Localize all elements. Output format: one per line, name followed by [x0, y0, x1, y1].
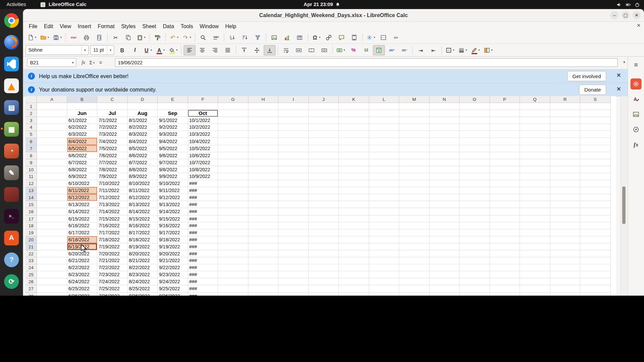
cell-K16[interactable]	[339, 208, 369, 215]
sidebar-tab-properties[interactable]	[631, 78, 642, 89]
cell-E19[interactable]: 9/17/2022	[158, 229, 188, 236]
cell-F6[interactable]: 10/4/2022	[188, 138, 218, 145]
cell-B27[interactable]: 6/25/2022	[67, 286, 97, 293]
row-header-24[interactable]: 24	[25, 264, 37, 272]
window-close-button[interactable]: ✕	[633, 11, 641, 19]
cell-Q25[interactable]	[520, 272, 550, 279]
cell-L19[interactable]	[369, 229, 399, 236]
cell-B23[interactable]: 6/21/2022	[67, 257, 97, 264]
row-header-21[interactable]: 21	[25, 243, 37, 250]
cell-D27[interactable]: 8/25/2022	[127, 286, 158, 293]
show-draw-functions-button[interactable]: ✏	[390, 32, 402, 43]
cell-R9[interactable]	[550, 159, 580, 166]
cell-E9[interactable]: 9/7/2022	[158, 159, 188, 166]
cell-A13[interactable]	[37, 187, 67, 194]
cell-R7[interactable]	[550, 145, 580, 152]
cell-D10[interactable]: 8/8/2022	[127, 166, 158, 173]
cut-button[interactable]: ✂	[110, 32, 122, 43]
cell-B20[interactable]: 6/18/2022	[67, 236, 97, 243]
cell-P16[interactable]	[490, 208, 520, 215]
cell-C24[interactable]: 7/22/2022	[97, 264, 127, 272]
cell-N12[interactable]	[429, 180, 460, 187]
select-all-corner[interactable]	[25, 96, 37, 103]
cell-I7[interactable]	[278, 145, 309, 152]
cell-R4[interactable]	[550, 124, 580, 131]
cell-A18[interactable]	[37, 222, 67, 229]
dock-item-ubuntu-software[interactable]: A	[3, 230, 20, 246]
cell-N11[interactable]	[429, 173, 460, 180]
row-header-18[interactable]: 18	[25, 222, 37, 229]
dock-item-help[interactable]: ?	[3, 252, 20, 268]
align-left-button[interactable]	[183, 45, 196, 55]
cell-M11[interactable]	[399, 173, 429, 180]
cell-B14[interactable]: 6/12/2022	[67, 194, 97, 201]
cell-R16[interactable]	[550, 208, 580, 215]
cell-J3[interactable]	[309, 117, 339, 124]
menu-styles[interactable]: Styles	[118, 22, 139, 30]
cell-R26[interactable]	[550, 279, 580, 286]
find-and-replace-button[interactable]	[197, 32, 209, 43]
infobar-close-icon[interactable]: ✕	[616, 72, 621, 78]
cell-P25[interactable]	[490, 272, 520, 279]
system-status-tray[interactable]	[616, 2, 640, 7]
font-color-button[interactable]: A▾	[154, 45, 166, 55]
cell-E28[interactable]: 9/26/2022	[158, 292, 188, 296]
cell-C3[interactable]: 7/1/2022	[97, 117, 127, 124]
cell-O2[interactable]	[460, 110, 490, 117]
cell-M10[interactable]	[399, 166, 429, 173]
cell-Q1[interactable]	[520, 103, 550, 110]
formula-button[interactable]: =	[97, 58, 104, 66]
cell-L10[interactable]	[369, 166, 399, 173]
cell-E25[interactable]: 9/23/2022	[158, 272, 188, 279]
cell-D26[interactable]: 8/24/2022	[127, 279, 158, 286]
cell-S27[interactable]	[580, 286, 610, 293]
menu-insert[interactable]: Insert	[74, 22, 94, 30]
row-header-12[interactable]: 12	[25, 180, 37, 187]
cell-B19[interactable]: 6/17/2022	[67, 229, 97, 236]
column-header-E[interactable]: E	[158, 96, 188, 103]
cell-N25[interactable]	[429, 272, 460, 279]
cell-F7[interactable]: 10/5/2022	[188, 145, 218, 152]
cell-K21[interactable]	[339, 243, 369, 250]
cell-C21[interactable]: 7/19/2022	[97, 243, 127, 250]
cell-O24[interactable]	[460, 264, 490, 272]
column-header-N[interactable]: N	[429, 96, 460, 103]
cell-G22[interactable]	[218, 250, 248, 257]
cell-I26[interactable]	[278, 279, 309, 286]
cell-I9[interactable]	[278, 159, 309, 166]
cell-R1[interactable]	[550, 103, 580, 110]
cell-R13[interactable]	[550, 187, 580, 194]
cell-R5[interactable]	[550, 131, 580, 138]
cell-S18[interactable]	[580, 222, 610, 229]
cell-E1[interactable]	[158, 103, 188, 110]
cell-J17[interactable]	[309, 215, 339, 222]
cell-M23[interactable]	[399, 257, 429, 264]
font-size-dropdown-icon[interactable]: ▼	[107, 46, 114, 55]
cell-N20[interactable]	[429, 236, 460, 243]
cell-O15[interactable]	[460, 201, 490, 208]
cell-O26[interactable]	[460, 279, 490, 286]
cell-F12[interactable]: ###	[188, 180, 218, 187]
save-button[interactable]: ▾	[51, 32, 63, 43]
cell-I14[interactable]	[278, 194, 309, 201]
row-header-26[interactable]: 26	[25, 279, 37, 286]
cell-S6[interactable]	[580, 138, 610, 145]
cell-K25[interactable]	[339, 272, 369, 279]
decrease-indent-button[interactable]: ⇤	[428, 45, 440, 55]
cell-A7[interactable]	[37, 145, 67, 152]
row-header-14[interactable]: 14	[25, 194, 37, 201]
cell-H10[interactable]	[248, 166, 278, 173]
cell-I8[interactable]	[278, 152, 309, 159]
row-header-3[interactable]: 3	[25, 117, 37, 124]
cell-R15[interactable]	[550, 201, 580, 208]
cell-S25[interactable]	[580, 272, 610, 279]
cell-C27[interactable]: 7/25/2022	[97, 286, 127, 293]
cell-F28[interactable]: ###	[188, 292, 218, 296]
cell-I17[interactable]	[278, 215, 309, 222]
cell-A28[interactable]	[37, 292, 67, 296]
new-document-button[interactable]: ▾	[26, 32, 38, 43]
add-decimal-place-button[interactable]: .00⁺	[386, 45, 398, 55]
cell-J5[interactable]	[309, 131, 339, 138]
cell-C12[interactable]: 7/10/2022	[97, 180, 127, 187]
cell-A25[interactable]	[37, 272, 67, 279]
